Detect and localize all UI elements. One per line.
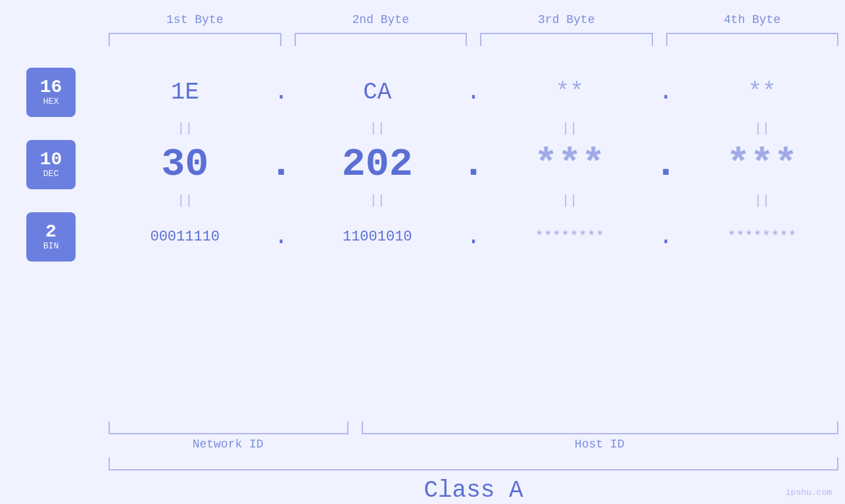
byte4-header: 4th Byte [660, 13, 846, 26]
network-id-label: Network ID [109, 438, 347, 451]
sep-2-1: || [102, 193, 268, 208]
bracket-top-4 [666, 33, 839, 46]
bin-data-row: 00011110 . 11001010 . ******** . *******… [102, 210, 845, 263]
top-brackets [0, 33, 845, 46]
bin-val-4: ******** [679, 229, 846, 245]
dec-badge-number: 10 [40, 150, 62, 169]
dec-val-3: *** [487, 142, 653, 187]
bracket-bottom-host [362, 421, 838, 434]
class-label: Class A [0, 470, 845, 504]
dec-badge: 10 DEC [26, 140, 76, 189]
hex-val-1: 1E [102, 79, 268, 106]
hex-dot-3: . [653, 79, 679, 106]
byte1-header: 1st Byte [102, 13, 288, 26]
bin-dot-3: . [653, 223, 679, 250]
bracket-bottom-network [109, 421, 349, 434]
sep-row-2: || || || || [102, 191, 845, 210]
bracket-top-1 [109, 33, 281, 46]
sep-2-3: || [487, 193, 653, 208]
badges-column: 16 HEX 10 DEC 2 BIN [0, 66, 102, 418]
bin-badge-label: BIN [43, 241, 59, 251]
main-container: 1st Byte 2nd Byte 3rd Byte 4th Byte 16 H… [0, 0, 845, 504]
bin-val-3: ******** [487, 229, 653, 245]
dec-val-1: 30 [102, 142, 268, 187]
bin-badge-wrapper: 2 BIN [26, 210, 76, 263]
hex-dot-2: . [460, 79, 487, 106]
bracket-top-3 [480, 33, 653, 46]
content-section: 16 HEX 10 DEC 2 BIN [0, 66, 845, 418]
sep-2-2: || [295, 193, 461, 208]
host-id-label: Host ID [360, 438, 838, 451]
bottom-brackets [0, 421, 845, 434]
bin-val-1: 00011110 [102, 229, 268, 245]
watermark: ipshu.com [786, 488, 832, 497]
bin-dot-1: . [268, 223, 295, 250]
sep-2-4: || [679, 193, 846, 208]
bracket-big [109, 457, 838, 470]
bracket-top-2 [295, 33, 468, 46]
dec-dot-3: . [653, 142, 679, 187]
bin-val-2: 11001010 [295, 229, 461, 245]
dec-dot-1: . [268, 142, 295, 187]
hex-badge-number: 16 [40, 78, 62, 97]
dec-data-row: 30 . 202 . *** . *** [102, 138, 845, 191]
id-labels-row: Network ID Host ID [0, 438, 845, 451]
dec-dot-2: . [460, 142, 487, 187]
byte2-header: 2nd Byte [288, 13, 474, 26]
sep-1-3: || [487, 121, 653, 136]
dec-val-2: 202 [295, 142, 461, 187]
hex-data-row: 1E . CA . ** . ** [102, 66, 845, 118]
sep-1-1: || [102, 121, 268, 136]
hex-badge: 16 HEX [26, 68, 76, 117]
bin-dot-2: . [460, 223, 487, 250]
bin-badge-number: 2 [45, 223, 57, 241]
dec-val-4: *** [679, 142, 846, 187]
hex-badge-wrapper: 16 HEX [26, 66, 76, 118]
sep-row-1: || || || || [102, 118, 845, 138]
dec-badge-label: DEC [43, 169, 59, 179]
byte3-header: 3rd Byte [473, 13, 660, 26]
hex-val-3: ** [487, 79, 653, 106]
bin-badge: 2 BIN [26, 212, 76, 262]
header-row: 1st Byte 2nd Byte 3rd Byte 4th Byte [0, 0, 845, 26]
hex-val-4: ** [679, 79, 846, 106]
bracket-big-row [0, 457, 845, 470]
hex-dot-1: . [268, 79, 295, 106]
sep-1-4: || [679, 121, 846, 136]
sep-1-2: || [295, 121, 461, 136]
hex-badge-label: HEX [43, 97, 59, 106]
hex-val-2: CA [295, 79, 461, 106]
data-rows: 1E . CA . ** . ** || || || || 30 [102, 66, 845, 418]
dec-badge-wrapper: 10 DEC [26, 138, 76, 191]
